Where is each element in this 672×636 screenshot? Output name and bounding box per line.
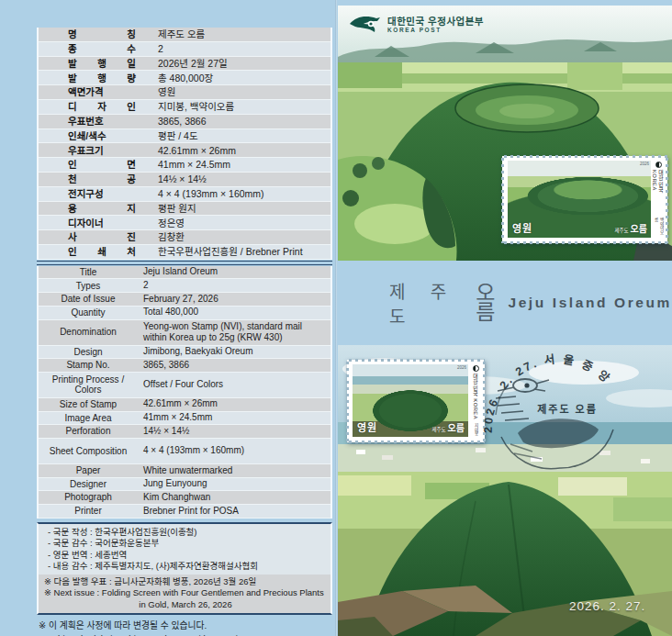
- row-value: 한국우편사업진흥원 / Brebner Print: [158, 247, 303, 257]
- row-label: 우표크기: [68, 146, 136, 156]
- row-value: 총 480,000장: [158, 73, 213, 84]
- stamp-subject-name: 백약이오름: [653, 218, 664, 238]
- row-label: Size of Stamp: [39, 399, 138, 410]
- row-value: 지미봉, 백약이오름: [158, 102, 234, 112]
- row-label: Perforation: [39, 426, 138, 437]
- disclaimer-english: This schedule is subject to change witho…: [39, 632, 332, 636]
- row-label: Printing Process / Colors: [39, 374, 138, 396]
- row-value: 평판 원지: [158, 204, 196, 214]
- credits-section: - 국문 작성 : 한국우편사업진흥원(이종철)- 국문 감수 : 국어문화운동…: [39, 524, 330, 575]
- row-label: 디자이너: [68, 218, 136, 229]
- fold-date-overlay: 2026. 2. 27.: [569, 599, 645, 613]
- perforation-edge: [346, 360, 351, 442]
- stamp-year: 2026: [457, 365, 466, 370]
- row-label: Types: [39, 281, 138, 292]
- table-divider: [37, 261, 332, 265]
- stamp-denomination: 영원: [512, 220, 532, 235]
- title-english: Jeju Island Oreum: [508, 295, 672, 311]
- row-label: 종 수: [68, 44, 136, 54]
- row-value: 김창환: [158, 232, 185, 242]
- row-label: 액면가격: [68, 87, 136, 97]
- row-value: Jung Eunyoung: [143, 478, 211, 490]
- row-label: Denomination: [39, 327, 138, 338]
- row-value: Offset / Four Colors: [143, 379, 227, 391]
- row-value: 4 × 4 (193mm × 160mm): [143, 445, 248, 457]
- row-value: 3865, 3866: [158, 117, 207, 127]
- row-value: 14½ × 14½: [158, 174, 207, 184]
- stamp-year: 2026: [640, 162, 649, 166]
- row-value: 14½ × 14½: [143, 426, 193, 438]
- table-row: 디자이너정은영: [39, 216, 330, 230]
- notes-box: - 국문 작성 : 한국우편사업진흥원(이종철)- 국문 감수 : 국어문화운동…: [37, 522, 332, 616]
- row-label: 인쇄/색수: [68, 131, 136, 141]
- row-label: 디 자 인: [68, 102, 136, 112]
- table-row: Printing Process / ColorsOffset / Four C…: [39, 373, 330, 398]
- row-label: 명 칭: [68, 29, 136, 39]
- table-row: Types2: [39, 279, 330, 293]
- table-row: PaperWhite unwatermarked: [39, 464, 330, 478]
- row-label: Stamp No.: [39, 360, 138, 371]
- table-row: Size of Stamp42.61mm × 26mm: [39, 398, 330, 412]
- table-row: 명 칭제주도 오름: [39, 28, 330, 42]
- row-value: Total 480,000: [143, 307, 202, 318]
- row-value: 41mm × 24.5mm: [143, 412, 216, 424]
- table-row: 발 행 일2026년 2월 27일: [39, 57, 330, 72]
- row-value: Yeong-won Stamp (NVI), standard mail wit…: [143, 321, 330, 344]
- stamp-baekyaki-oreum: 영원 제주도 오름 2026 대한민국 KOREA 백약이오름: [502, 156, 667, 243]
- row-label: 인 면: [68, 160, 136, 170]
- logo-org-name-korean: 대한민국 우정사업본부: [387, 17, 484, 27]
- table-row: 용 지평판 원지: [39, 202, 330, 217]
- row-label: Design: [39, 347, 138, 358]
- photo-baekyaki-oreum: 대한민국 우정사업본부 KOREA POST 영원 제주도 오름 2026 대한…: [338, 6, 672, 261]
- table-row: 디 자 인지미봉, 백약이오름: [39, 100, 330, 115]
- row-value: 2026년 2월 27일: [158, 59, 228, 69]
- table-row: 발 행 량총 480,000장: [39, 71, 330, 85]
- next-issue-english: ※ Next issue : Folding Screen with Four …: [44, 587, 327, 599]
- stamp-series-big: 오름: [448, 420, 465, 434]
- stamp-series-small: 제주도: [431, 426, 445, 433]
- disclaimer-korean: ※ 이 계획은 사정에 따라 변경될 수 있습니다.: [39, 619, 332, 631]
- table-row: Image Area41mm × 24.5mm: [39, 412, 330, 426]
- table-row: 액면가격영원: [39, 85, 330, 100]
- table-row: 우표번호3865, 3866: [39, 115, 330, 129]
- stamp-series-title: 제주도 오름: [431, 420, 465, 434]
- stamp-image: 영원 제주도 오름 2026: [508, 161, 651, 238]
- row-label: 천 공: [68, 174, 136, 184]
- title-stack-bottom: 름: [476, 303, 495, 322]
- row-label: 용 지: [68, 204, 136, 214]
- row-value: 4 × 4 (193mm × 160mm): [158, 189, 264, 199]
- row-label: 전지구성: [68, 189, 136, 199]
- table-row: 전지구성4 × 4 (193mm × 160mm): [39, 187, 330, 202]
- row-value: 2: [143, 280, 152, 292]
- row-value: 2: [158, 44, 163, 54]
- title-korean-stacked: 오 름: [476, 284, 495, 322]
- stamp-country: 대한민국 KOREA: [652, 170, 666, 214]
- table-row: PrinterBrebner Print for POSA: [39, 505, 330, 519]
- credit-line: - 영문 번역 : 세종번역: [48, 550, 325, 562]
- row-value: 제주도 오름: [158, 29, 205, 39]
- table-row: 사 진김창환: [39, 230, 330, 245]
- row-value: February 27, 2026: [143, 294, 222, 306]
- korea-post-logo: 대한민국 우정사업본부 KOREA POST: [349, 14, 484, 36]
- stamp-info-table-english: TitleJeju Island OreumTypes2Date of Issu…: [37, 266, 332, 519]
- perforation-edge: [347, 359, 485, 363]
- table-row: QuantityTotal 480,000: [39, 307, 330, 320]
- table-row: 종 수2: [39, 42, 330, 57]
- table-row: DenominationYeong-won Stamp (NVI), stand…: [39, 320, 330, 346]
- perforation-edge: [501, 156, 506, 243]
- row-value: 영원: [158, 87, 175, 97]
- stamp-series-small: 제주도: [614, 227, 628, 234]
- table-row: Stamp No.3865, 3866: [39, 359, 330, 373]
- row-label: Quantity: [39, 307, 138, 318]
- row-label: 사 진: [68, 232, 136, 242]
- credit-line: - 국문 작성 : 한국우편사업진흥원(이종철): [48, 527, 325, 539]
- logo-org-name-english: KOREA POST: [387, 28, 484, 34]
- table-row: Sheet Composition4 × 4 (193mm × 160mm): [39, 439, 330, 464]
- table-row: TitleJeju Island Oreum: [39, 266, 330, 280]
- row-value: 41mm × 24.5mm: [158, 160, 230, 170]
- stamp-info-table-korean: 명 칭제주도 오름종 수2발 행 일2026년 2월 27일발 행 량총 480…: [37, 28, 332, 260]
- row-value: 평판 / 4도: [158, 131, 198, 141]
- first-day-postmark: 2026. 2. 27. 서 울 중 앙 제주도 오름: [477, 349, 643, 477]
- info-panel: 명 칭제주도 오름종 수2발 행 일2026년 2월 27일발 행 량총 480…: [37, 28, 332, 636]
- stamp-jimibong: 영원 제주도 오름 2026 대한민국 KOREA 지미봉: [347, 360, 485, 442]
